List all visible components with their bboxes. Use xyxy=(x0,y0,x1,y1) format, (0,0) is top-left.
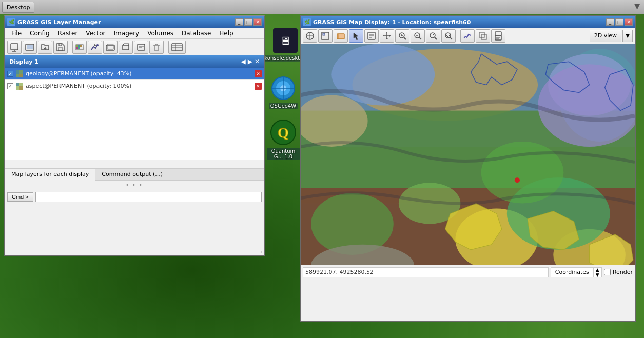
add-cmd-btn[interactable] xyxy=(134,41,148,54)
layer-manager-window: 🌿 GRASS GIS Layer Manager _ □ ✕ File Con… xyxy=(4,15,265,256)
map-zoom-out-btn[interactable] xyxy=(411,29,425,43)
add-raster-btn[interactable] xyxy=(72,41,87,54)
geology-type-icon xyxy=(15,70,24,78)
svg-rect-69 xyxy=(481,34,486,39)
svg-line-62 xyxy=(419,37,421,39)
map-display-title: GRASS GIS Map Display: 1 - Location: spe… xyxy=(313,19,471,26)
aspect-checkbox[interactable]: ✓ xyxy=(7,83,13,89)
grass-icon: 🌿 xyxy=(7,18,15,26)
layer-manager-titlebar: 🌿 GRASS GIS Layer Manager _ □ ✕ xyxy=(5,16,264,28)
close-button[interactable]: ✕ xyxy=(253,18,262,26)
svg-rect-48 xyxy=(323,33,325,35)
layer-item-aspect[interactable]: ✓ aspect@PERMANENT (opacity: 100%) ✕ xyxy=(5,80,264,92)
add-vector-btn[interactable] xyxy=(88,41,102,54)
menu-raster[interactable]: Raster xyxy=(54,29,82,38)
map-pan-btn[interactable] xyxy=(380,29,394,43)
display-nav: ◀ ▶ ✕ xyxy=(241,58,260,65)
map-query-btn[interactable] xyxy=(364,29,379,43)
map-overlay-btn[interactable] xyxy=(476,29,490,43)
map-minimize-button[interactable]: _ xyxy=(606,18,614,26)
toolbar-separator-1 xyxy=(70,42,70,52)
map-titlebar-controls: _ □ ✕ xyxy=(606,18,633,26)
minimize-button[interactable]: _ xyxy=(235,18,243,26)
display-label: Display 1 xyxy=(9,58,38,65)
coords-dropdown-btn[interactable]: ▲▼ xyxy=(594,267,602,277)
menu-database[interactable]: Database xyxy=(178,29,215,38)
qgis-label: Quantum G... 1.0 xyxy=(267,148,300,160)
new-display-btn[interactable] xyxy=(7,41,22,54)
cmd-button[interactable]: Cmd > xyxy=(7,192,33,202)
cmd-input[interactable] xyxy=(35,192,262,202)
add-group-btn[interactable] xyxy=(103,41,118,54)
menu-help[interactable]: Help xyxy=(215,29,237,38)
create-display-btn[interactable] xyxy=(23,41,37,54)
map-print-btn[interactable] xyxy=(491,29,505,43)
menu-vector[interactable]: Vector xyxy=(82,29,109,38)
svg-rect-18 xyxy=(80,45,82,47)
menu-imagery[interactable]: Imagery xyxy=(110,29,144,38)
view-mode-label[interactable]: 2D view xyxy=(590,30,621,42)
add-3d-btn[interactable] xyxy=(119,41,133,54)
osgeo4w-icon xyxy=(271,76,296,101)
menu-volumes[interactable]: Volumes xyxy=(143,29,178,38)
coords-dropdown: Coordinates ▲▼ xyxy=(551,267,602,277)
map-maximize-button[interactable]: □ xyxy=(615,18,623,26)
view-dropdown-btn[interactable]: ▼ xyxy=(622,30,633,42)
map-canvas[interactable] xyxy=(301,44,635,265)
geology-remove-btn[interactable]: ✕ xyxy=(255,70,262,77)
svg-rect-17 xyxy=(78,45,80,47)
map-pointer-btn[interactable] xyxy=(303,29,317,43)
save-workspace-btn[interactable] xyxy=(53,41,68,54)
close-display[interactable]: ✕ xyxy=(255,58,260,65)
coords-label: Coordinates xyxy=(551,267,594,277)
map-erase-btn[interactable] xyxy=(334,29,348,43)
aspect-remove-btn[interactable]: ✕ xyxy=(255,83,262,90)
layer-manager-title: GRASS GIS Layer Manager xyxy=(17,19,101,26)
desktop-icon-osgeo4w[interactable]: OSGeo4W xyxy=(267,76,300,109)
desktop-icon-qgis[interactable]: Q Quantum G... 1.0 xyxy=(267,119,300,160)
map-zoom-fit-btn[interactable] xyxy=(426,29,440,43)
svg-line-58 xyxy=(404,37,406,39)
taskbar-desktop-item[interactable]: Desktop xyxy=(2,2,34,13)
map-zoom-layer-btn[interactable] xyxy=(441,29,456,43)
maximize-button[interactable]: □ xyxy=(244,18,252,26)
render-checkbox[interactable] xyxy=(604,269,611,275)
svg-rect-40 xyxy=(19,74,23,77)
layer-item-geology[interactable]: ✓ geology@PERMANENT (opacity: 43%) ✕ xyxy=(5,68,264,80)
svg-rect-71 xyxy=(495,36,501,40)
svg-rect-26 xyxy=(123,45,129,50)
svg-rect-7 xyxy=(11,44,18,50)
remove-layer-btn[interactable] xyxy=(149,41,164,54)
map-close-button[interactable]: ✕ xyxy=(625,18,633,26)
map-select-btn[interactable] xyxy=(349,29,363,43)
titlebar-controls: _ □ ✕ xyxy=(235,18,262,26)
geology-checkbox[interactable]: ✓ xyxy=(7,71,13,77)
layer-manager-toolbar xyxy=(5,39,264,55)
tab-command-output[interactable]: Command output (...) xyxy=(95,169,169,180)
render-label: Render xyxy=(613,269,633,275)
svg-text:Q: Q xyxy=(278,125,289,141)
menu-config[interactable]: Config xyxy=(26,29,54,38)
layer-panel: Display 1 ◀ ▶ ✕ ✓ geology@PERMANENT (opa… xyxy=(5,55,264,168)
attribute-table-btn[interactable] xyxy=(168,41,186,54)
map-zoom-in-btn[interactable] xyxy=(395,29,409,43)
toolbar-separator-2 xyxy=(166,42,166,52)
desktop-icon-konsole[interactable]: 🖥 konsole.desktop xyxy=(269,28,302,62)
load-map-btn[interactable] xyxy=(38,41,52,54)
menu-file[interactable]: File xyxy=(7,29,26,38)
geology-layer-name: geology@PERMANENT (opacity: 43%) xyxy=(26,70,131,77)
map-analyze-btn[interactable] xyxy=(460,29,475,43)
svg-rect-16 xyxy=(76,45,78,47)
prev-display[interactable]: ◀ xyxy=(241,58,245,65)
display-header: Display 1 ◀ ▶ ✕ xyxy=(5,55,264,68)
svg-rect-28 xyxy=(138,44,145,50)
map-zoom-box-btn[interactable] xyxy=(318,29,333,43)
tab-area: Map layers for each display Command outp… xyxy=(5,168,264,189)
aspect-layer-name: aspect@PERMANENT (opacity: 100%) xyxy=(26,83,131,89)
map-visualization xyxy=(301,44,635,265)
next-display[interactable]: ▶ xyxy=(248,58,252,65)
tab-map-layers[interactable]: Map layers for each display xyxy=(5,169,95,181)
render-checkbox-area: Render xyxy=(604,269,633,275)
qgis-icon: Q xyxy=(270,119,297,146)
resize-corner[interactable]: ⌟ xyxy=(259,246,263,254)
